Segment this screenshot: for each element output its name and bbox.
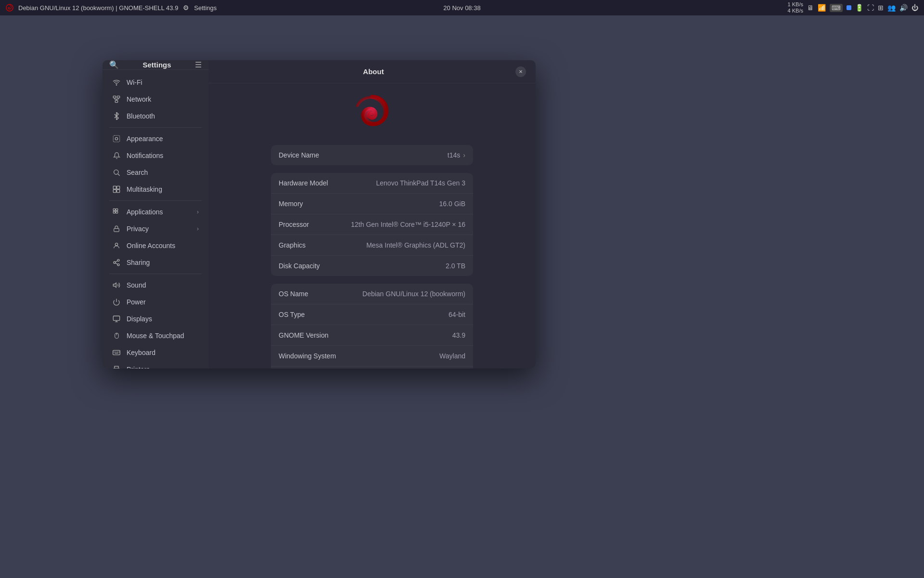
sidebar-item-sharing[interactable]: Sharing bbox=[105, 254, 205, 271]
sidebar-item-wifi[interactable]: Wi-Fi bbox=[105, 74, 205, 91]
sidebar-header: 🔍 Settings ☰ bbox=[103, 60, 208, 70]
sidebar-item-online-accounts[interactable]: Online Accounts bbox=[105, 237, 205, 254]
sidebar-item-appearance[interactable]: Appearance bbox=[105, 131, 205, 147]
blue-indicator bbox=[847, 5, 851, 10]
sidebar-item-mouse-touchpad[interactable]: Mouse & Touchpad bbox=[105, 328, 205, 344]
device-name-row[interactable]: Device Name t14s › bbox=[271, 145, 473, 165]
memory-row: Memory 16.0 GiB bbox=[271, 194, 473, 214]
sidebar-item-keyboard[interactable]: Keyboard bbox=[105, 344, 205, 361]
main-title: About bbox=[231, 67, 515, 76]
topbar-title: Debian GNU/Linux 12 (bookworm) | GNOME-S… bbox=[18, 4, 178, 12]
power-icon bbox=[112, 298, 121, 306]
nav-divider-1 bbox=[109, 127, 202, 128]
sidebar-item-privacy[interactable]: Privacy › bbox=[105, 221, 205, 237]
sidebar-item-multitasking[interactable]: Multitasking bbox=[105, 181, 205, 197]
topbar-network-icon: 📶 bbox=[818, 4, 826, 12]
disk-capacity-value: 2.0 TB bbox=[446, 262, 465, 270]
applications-arrow-icon: › bbox=[197, 209, 199, 215]
expand-icon: ⛶ bbox=[867, 4, 874, 12]
svg-point-23 bbox=[117, 259, 119, 261]
device-name-value: t14s bbox=[448, 151, 460, 159]
nav-divider-2 bbox=[109, 200, 202, 201]
sidebar-menu-icon[interactable]: ☰ bbox=[195, 60, 202, 69]
software-updates-row[interactable]: Software Updates bbox=[271, 367, 473, 368]
processor-row: Processor 12th Gen Intel® Core™ i5-1240P… bbox=[271, 214, 473, 235]
svg-rect-20 bbox=[116, 211, 118, 213]
os-name-row: OS Name Debian GNU/Linux 12 (bookworm) bbox=[271, 284, 473, 304]
topbar-left: Debian GNU/Linux 12 (bookworm) | GNOME-S… bbox=[6, 4, 217, 12]
svg-point-25 bbox=[117, 264, 119, 266]
debian-swirl-logo bbox=[353, 95, 391, 133]
processor-value: 12th Gen Intel® Core™ i5-1240P × 16 bbox=[351, 221, 465, 228]
memory-label: Memory bbox=[279, 200, 303, 208]
apps-grid-icon: ⊞ bbox=[878, 4, 884, 12]
nav-divider-3 bbox=[109, 274, 202, 274]
os-type-label: OS Type bbox=[279, 311, 305, 318]
search-icon bbox=[112, 168, 121, 177]
sidebar-label-printers: Printers bbox=[127, 366, 199, 368]
topbar: Debian GNU/Linux 12 (bookworm) | GNOME-S… bbox=[0, 0, 924, 15]
main-content: About × Device Name bbox=[208, 60, 536, 368]
sidebar-label-displays: Displays bbox=[127, 315, 199, 323]
wifi-icon bbox=[112, 78, 121, 87]
device-name-section: Device Name t14s › bbox=[271, 145, 473, 165]
sidebar-label-sharing: Sharing bbox=[127, 259, 199, 266]
windowing-system-value: Wayland bbox=[439, 352, 465, 360]
sidebar-item-printers[interactable]: Printers bbox=[105, 361, 205, 368]
svg-point-9 bbox=[115, 137, 117, 140]
sidebar-item-bluetooth[interactable]: Bluetooth bbox=[105, 108, 205, 124]
debian-logo-icon bbox=[6, 4, 13, 12]
sidebar-label-wifi: Wi-Fi bbox=[127, 79, 199, 86]
sidebar-item-search[interactable]: Search bbox=[105, 164, 205, 181]
sidebar-label-sound: Sound bbox=[127, 281, 199, 289]
topbar-right: 1 KB/s4 KB/s 🖥 📶 ⌨ 🔋 ⛶ ⊞ 👥 🔊 ⏻ bbox=[788, 1, 918, 14]
svg-marker-28 bbox=[113, 283, 116, 287]
hardware-section: Hardware Model Lenovo ThinkPad T14s Gen … bbox=[271, 173, 473, 276]
sidebar-label-notifications: Notifications bbox=[127, 152, 199, 159]
sidebar-item-sound[interactable]: Sound bbox=[105, 277, 205, 293]
sidebar-nav: Wi-Fi Network bbox=[103, 70, 208, 368]
topbar-gear-icon: ⚙ bbox=[183, 4, 189, 12]
network-icon bbox=[112, 95, 121, 104]
settings-window: 🔍 Settings ☰ Wi-Fi bbox=[103, 60, 536, 368]
mouse-icon bbox=[112, 331, 121, 340]
disk-capacity-row: Disk Capacity 2.0 TB bbox=[271, 256, 473, 276]
volume-icon: 🔊 bbox=[899, 4, 908, 12]
sidebar-label-appearance: Appearance bbox=[127, 135, 199, 143]
keyboard-layout-icon: ⌨ bbox=[830, 4, 843, 12]
privacy-icon bbox=[112, 224, 121, 233]
gnome-version-row: GNOME Version 43.9 bbox=[271, 325, 473, 346]
svg-rect-4 bbox=[115, 101, 117, 103]
disk-capacity-label: Disk Capacity bbox=[279, 262, 320, 270]
about-content: Device Name t14s › Hardware Model Lenovo… bbox=[208, 83, 536, 368]
svg-line-27 bbox=[116, 261, 118, 262]
network-speed-icon: 1 KB/s4 KB/s bbox=[788, 1, 803, 14]
sidebar-item-applications[interactable]: Applications › bbox=[105, 204, 205, 220]
hardware-model-value: Lenovo ThinkPad T14s Gen 3 bbox=[376, 179, 466, 187]
close-button[interactable]: × bbox=[515, 66, 526, 77]
windowing-system-label: Windowing System bbox=[279, 352, 336, 360]
svg-point-1 bbox=[116, 85, 116, 85]
keyboard-icon bbox=[112, 348, 121, 357]
os-name-value: Debian GNU/Linux 12 (bookworm) bbox=[362, 290, 465, 298]
sidebar-item-network[interactable]: Network bbox=[105, 91, 205, 107]
applications-icon bbox=[112, 208, 121, 216]
sidebar-item-notifications[interactable]: Notifications bbox=[105, 147, 205, 164]
svg-line-12 bbox=[118, 174, 120, 176]
sharing-icon bbox=[112, 258, 121, 267]
svg-rect-30 bbox=[113, 316, 119, 320]
memory-value: 16.0 GiB bbox=[439, 200, 465, 208]
svg-rect-18 bbox=[116, 209, 118, 210]
svg-rect-21 bbox=[114, 228, 119, 231]
sidebar-search-icon[interactable]: 🔍 bbox=[109, 60, 119, 69]
svg-rect-13 bbox=[113, 186, 116, 189]
sidebar-item-power[interactable]: Power bbox=[105, 294, 205, 310]
main-header: About × bbox=[208, 60, 536, 83]
graphics-value: Mesa Intel® Graphics (ADL GT2) bbox=[366, 241, 465, 249]
svg-rect-19 bbox=[113, 211, 115, 213]
svg-rect-3 bbox=[117, 96, 119, 98]
gnome-version-label: GNOME Version bbox=[279, 331, 328, 339]
svg-rect-16 bbox=[117, 190, 120, 193]
graphics-label: Graphics bbox=[279, 241, 306, 249]
sidebar-item-displays[interactable]: Displays bbox=[105, 311, 205, 327]
